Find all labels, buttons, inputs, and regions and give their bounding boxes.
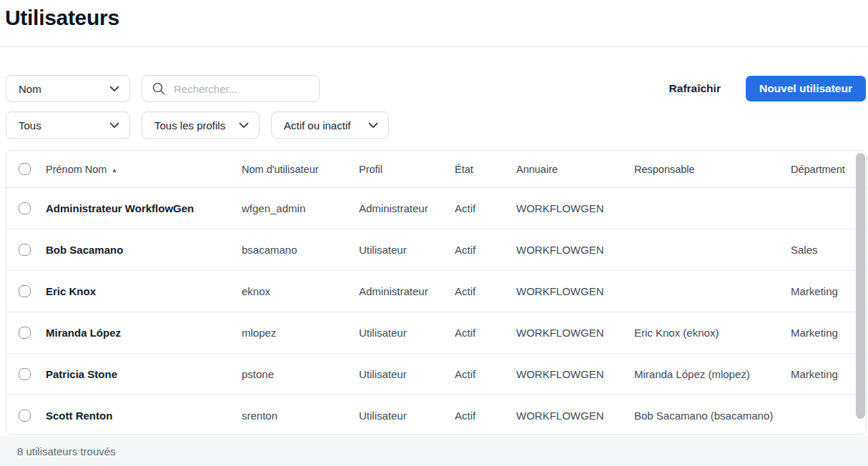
- table-header-row: Prénom Nom▲ Nom d'utilisateur Profil Éta…: [6, 151, 866, 188]
- table-row[interactable]: Eric Knox eknox Administrateur Actif WOR…: [6, 271, 866, 312]
- cell-status: Actif: [455, 327, 516, 339]
- cell-manager-empty: WORKFLOWGEN: [516, 410, 634, 422]
- column-header-department[interactable]: Départment: [791, 164, 854, 175]
- column-header-profile[interactable]: Profil: [359, 164, 455, 175]
- sort-asc-icon: ▲: [111, 167, 117, 174]
- cell-department: Marketing: [791, 285, 854, 297]
- cell-directory: WORKFLOWGEN: [516, 202, 634, 214]
- cell-status: Actif: [455, 410, 516, 422]
- cell-profile: Utilisateur: [359, 410, 455, 422]
- column-header-username[interactable]: Nom d'utilisateur: [242, 164, 359, 175]
- row-checkbox[interactable]: [19, 410, 31, 422]
- cell-status: Actif: [455, 368, 516, 380]
- users-table: Prénom Nom▲ Nom d'utilisateur Profil Éta…: [6, 150, 867, 435]
- cell-manager: Bob Sacamano (bsacamano): [634, 410, 791, 422]
- search-field-select[interactable]: Nom: [6, 75, 130, 102]
- cell-name: Miranda López: [46, 327, 242, 339]
- column-header-status[interactable]: État: [455, 164, 516, 175]
- directory-select[interactable]: Tous: [6, 111, 130, 139]
- search-icon: [152, 81, 166, 99]
- profile-select[interactable]: Tous les profils: [142, 111, 260, 139]
- search-input[interactable]: [142, 75, 320, 102]
- table-row[interactable]: Bob Sacamano bsacamano Utilisateur Actif…: [6, 229, 866, 271]
- profile-select-value: Tous les profils: [154, 119, 225, 132]
- search-box: [142, 75, 320, 102]
- title-divider: [0, 46, 868, 47]
- page-title: Utilisateurs: [5, 6, 119, 30]
- cell-department: Sales: [791, 244, 854, 256]
- column-header-directory[interactable]: Annuaire: [516, 164, 634, 175]
- users-page: Utilisateurs Nom Rafraîchir Nouvel utili…: [0, 0, 868, 466]
- row-checkbox[interactable]: [19, 244, 31, 256]
- cell-status: Actif: [455, 202, 516, 214]
- filter-row-secondary: Tous Tous les profils Actif ou inactif: [6, 111, 389, 139]
- cell-username: eknox: [242, 285, 359, 297]
- cell-department: Marketing: [791, 327, 854, 339]
- cell-name: Scott Renton: [46, 410, 242, 422]
- table-row[interactable]: Scott Renton srenton Utilisateur Actif W…: [6, 395, 866, 435]
- cell-profile: Utilisateur: [359, 244, 455, 256]
- cell-username: bsacamano: [242, 244, 359, 256]
- column-header-name[interactable]: Prénom Nom▲: [46, 164, 242, 175]
- cell-department: Marketing: [791, 368, 854, 380]
- cell-username: pstone: [242, 368, 359, 380]
- cell-manager: Eric Knox (eknox): [634, 327, 791, 339]
- cell-username: srenton: [242, 410, 359, 422]
- table-row[interactable]: Administrateur WorkflowGen wfgen_admin A…: [6, 188, 866, 229]
- toolbar: Rafraîchir Nouvel utilisateur: [669, 75, 866, 102]
- cell-directory: WORKFLOWGEN: [516, 368, 634, 380]
- cell-profile: Administrateur: [359, 285, 455, 297]
- cell-name: Eric Knox: [46, 285, 242, 297]
- cell-username: wfgen_admin: [242, 202, 359, 214]
- cell-status: Actif: [455, 244, 516, 256]
- cell-name: Administrateur WorkflowGen: [46, 202, 242, 214]
- search-field-select-value: Nom: [19, 83, 41, 95]
- table-row[interactable]: Patricia Stone pstone Utilisateur Actif …: [6, 354, 866, 395]
- row-checkbox[interactable]: [19, 285, 31, 297]
- cell-directory: WORKFLOWGEN: [516, 285, 634, 297]
- status-select-value: Actif ou inactif: [284, 119, 350, 132]
- cell-profile: Utilisateur: [359, 368, 455, 380]
- results-count: 8 utilisateurs trouvés: [17, 445, 116, 457]
- filter-row-primary: Nom: [6, 75, 320, 102]
- row-checkbox[interactable]: [19, 327, 31, 339]
- refresh-button[interactable]: Rafraîchir: [669, 82, 721, 95]
- cell-name: Patricia Stone: [46, 368, 242, 380]
- cell-status: Actif: [455, 285, 516, 297]
- row-checkbox[interactable]: [19, 202, 31, 214]
- chevron-down-icon: [368, 122, 378, 129]
- cell-name: Bob Sacamano: [46, 244, 242, 256]
- chevron-down-icon: [109, 122, 119, 129]
- cell-manager: Miranda López (mlopez): [634, 368, 791, 380]
- chevron-down-icon: [109, 86, 119, 92]
- status-select[interactable]: Actif ou inactif: [271, 111, 389, 139]
- cell-username: mlopez: [242, 327, 359, 339]
- table-row[interactable]: Miranda López mlopez Utilisateur Actif W…: [6, 312, 866, 354]
- cell-directory: WORKFLOWGEN: [516, 244, 634, 256]
- table-scrollbar[interactable]: [856, 152, 865, 434]
- cell-directory: WORKFLOWGEN: [516, 327, 634, 339]
- column-header-manager[interactable]: Responsable: [634, 164, 791, 175]
- select-all-checkbox[interactable]: [19, 163, 31, 175]
- new-user-button[interactable]: Nouvel utilisateur: [746, 76, 866, 101]
- cell-profile: Utilisateur: [359, 327, 455, 339]
- directory-select-value: Tous: [19, 119, 41, 132]
- scrollbar-thumb[interactable]: [856, 153, 865, 419]
- cell-profile: Administrateur: [359, 202, 455, 214]
- chevron-down-icon: [239, 122, 249, 129]
- footer-bar: 8 utilisateurs trouvés: [0, 436, 868, 466]
- row-checkbox[interactable]: [19, 368, 31, 380]
